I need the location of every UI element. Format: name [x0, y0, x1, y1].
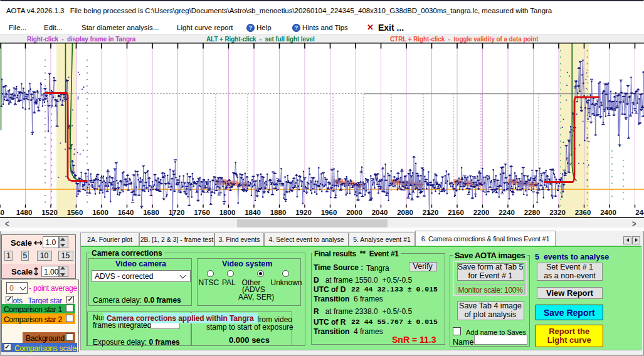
svg-text:1880: 1880 — [270, 209, 287, 216]
svg-text:2280: 2280 — [524, 209, 541, 216]
svg-text:1560: 1560 — [67, 209, 83, 216]
svg-text:2360: 2360 — [575, 209, 591, 216]
svg-text:1680: 1680 — [143, 209, 159, 216]
svg-text:1960: 1960 — [321, 209, 337, 216]
svg-text:1520: 1520 — [41, 209, 58, 216]
svg-text:1800: 1800 — [219, 209, 236, 216]
svg-text:2160: 2160 — [448, 209, 464, 216]
svg-text:2440: 2440 — [635, 209, 644, 216]
svg-text:2240: 2240 — [499, 209, 515, 216]
svg-text:1640: 1640 — [118, 209, 134, 216]
svg-text:2000: 2000 — [346, 209, 362, 216]
svg-text:2040: 2040 — [372, 209, 388, 216]
svg-text:2400: 2400 — [600, 209, 616, 216]
svg-text:1760: 1760 — [194, 209, 210, 216]
svg-text:2200: 2200 — [473, 209, 490, 216]
svg-text:1480: 1480 — [16, 209, 33, 216]
svg-text:1440: 1440 — [0, 209, 4, 216]
svg-text:2120: 2120 — [423, 209, 439, 216]
svg-text:2080: 2080 — [397, 209, 413, 216]
svg-text:2320: 2320 — [549, 209, 566, 216]
svg-text:1920: 1920 — [295, 209, 312, 216]
svg-text:1600: 1600 — [92, 209, 108, 216]
svg-text:1720: 1720 — [169, 209, 185, 216]
svg-text:1840: 1840 — [245, 209, 261, 216]
